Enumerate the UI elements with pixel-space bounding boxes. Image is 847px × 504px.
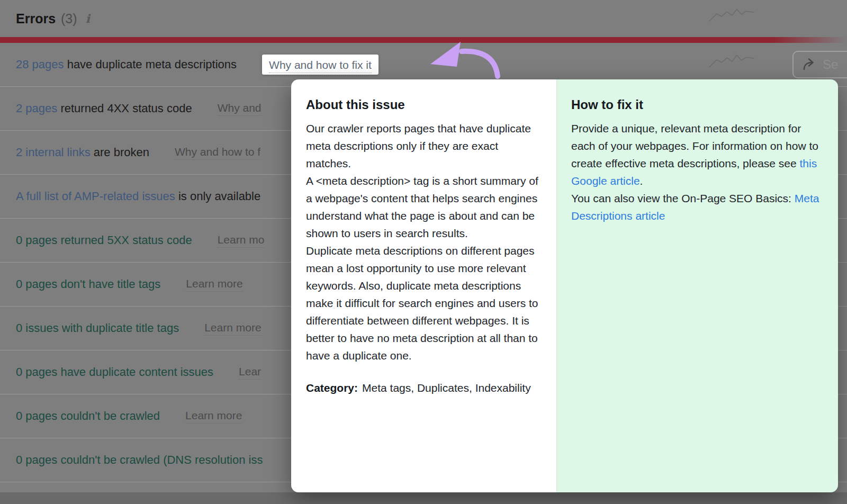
why-how-to-fix-link[interactable]: Why and how to f xyxy=(175,146,260,160)
learn-more-link[interactable]: Learn more xyxy=(186,277,242,292)
row-sparkline-icon xyxy=(708,53,755,71)
issue-link[interactable]: 28 pages xyxy=(16,58,64,71)
about-heading: About this issue xyxy=(306,97,542,112)
issue-link[interactable]: 0 issues with duplicate title tags xyxy=(16,321,179,335)
share-arrow-icon xyxy=(801,57,816,72)
category-line: Category:Meta tags, Duplicates, Indexabi… xyxy=(306,379,542,397)
issue-link[interactable]: 0 pages returned 5XX status code xyxy=(16,233,192,247)
issue-text: returned 4XX status code xyxy=(57,102,192,115)
issue-text: have duplicate meta descriptions xyxy=(64,58,237,71)
header-sparkline-icon xyxy=(708,7,755,25)
issue-link[interactable]: 2 internal links xyxy=(16,146,91,159)
annotation-arrow-icon xyxy=(424,35,503,85)
send-to-button[interactable]: Se xyxy=(792,51,847,78)
bottom-bar xyxy=(0,492,847,504)
about-text-line: A <meta description> tag is a short summ… xyxy=(306,172,542,242)
issue-link[interactable]: 0 pages couldn't be crawled (DNS resolut… xyxy=(16,453,263,466)
issue-text: are broken xyxy=(91,146,149,159)
issue-link[interactable]: 2 pages xyxy=(16,102,57,115)
category-label: Category: xyxy=(306,382,358,394)
learn-more-link[interactable]: Learn more xyxy=(204,321,261,336)
learn-more-link[interactable]: Lear xyxy=(239,365,261,380)
why-how-to-fix-link[interactable]: Why and how to fix it xyxy=(262,55,379,75)
fix-text: You can also view the On-Page SEO Basics… xyxy=(571,190,824,224)
fix-heading: How to fix it xyxy=(571,97,824,112)
issue-link[interactable]: 0 pages couldn't be crawled xyxy=(16,409,160,422)
issue-text: is only available xyxy=(175,190,260,203)
issue-link[interactable]: A full list of AMP-related issues xyxy=(16,190,175,203)
why-how-to-fix-link[interactable]: Why and xyxy=(218,102,262,116)
send-button-label: Se xyxy=(823,57,838,72)
category-value: Meta tags, Duplicates, Indexability xyxy=(362,382,531,394)
fix-text: Provide a unique, relevant meta descript… xyxy=(571,120,824,190)
how-to-fix-panel: How to fix it Provide a unique, relevant… xyxy=(557,79,838,492)
about-text-line: Our crawler reports pages that have dupl… xyxy=(306,120,542,172)
about-this-issue-panel: About this issue Our crawler reports pag… xyxy=(291,79,557,492)
about-text-line: Duplicate meta descriptions on different… xyxy=(306,242,542,364)
issue-link[interactable]: 0 pages have duplicate content issues xyxy=(16,365,213,379)
learn-more-link[interactable]: Learn more xyxy=(185,409,242,424)
issue-link[interactable]: 0 pages don't have title tags xyxy=(16,277,160,291)
issue-details-popup: About this issue Our crawler reports pag… xyxy=(291,79,838,492)
errors-count: (3) xyxy=(61,11,77,26)
info-icon[interactable]: i xyxy=(86,12,90,25)
learn-more-link[interactable]: Learn mo xyxy=(218,233,265,248)
widget-title: Errors xyxy=(16,11,56,26)
